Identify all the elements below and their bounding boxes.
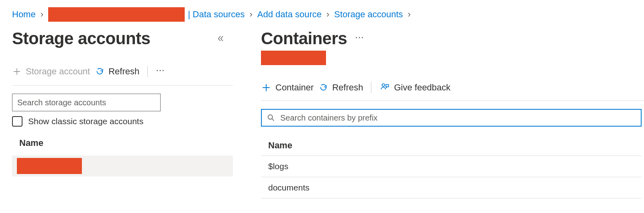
- search-input[interactable]: [17, 98, 155, 107]
- breadcrumb-home[interactable]: Home: [12, 9, 36, 20]
- page-title: Containers: [261, 29, 347, 48]
- give-feedback-button[interactable]: Give feedback: [379, 82, 450, 93]
- more-button[interactable]: ⋯: [156, 65, 165, 78]
- plus-icon: [261, 82, 271, 93]
- svg-point-1: [268, 115, 273, 119]
- add-storage-account-button[interactable]: Storage account: [12, 66, 90, 77]
- show-classic-label: Show classic storage accounts: [28, 117, 143, 126]
- chevron-right-icon: ›: [41, 9, 43, 20]
- search-storage-accounts[interactable]: [12, 94, 161, 111]
- collapse-icon[interactable]: [217, 35, 225, 43]
- chevron-right-icon: ›: [408, 9, 411, 20]
- left-toolbar: Storage account Refresh ⋯: [12, 65, 233, 86]
- search-icon: [267, 113, 275, 122]
- refresh-button[interactable]: Refresh: [318, 82, 363, 93]
- chevron-right-icon: ›: [249, 9, 252, 20]
- feedback-label: Give feedback: [394, 82, 450, 93]
- add-storage-account-label: Storage account: [26, 66, 90, 77]
- redacted-block: [48, 7, 185, 22]
- checkbox-icon[interactable]: [12, 116, 22, 127]
- breadcrumb-add-data-source[interactable]: Add data source: [257, 9, 322, 20]
- show-classic-row[interactable]: Show classic storage accounts: [12, 116, 245, 127]
- list-item[interactable]: documents: [261, 177, 642, 199]
- refresh-button[interactable]: Refresh: [95, 66, 139, 77]
- column-header-name[interactable]: Name: [261, 129, 642, 156]
- toolbar-separator: [371, 82, 371, 93]
- right-toolbar: Container Refresh Give feedback: [261, 82, 644, 101]
- storage-accounts-pane: Storage accounts Storage account Refresh…: [0, 26, 245, 199]
- add-container-button[interactable]: Container: [261, 82, 314, 93]
- feedback-icon: [379, 82, 390, 93]
- breadcrumb-storage-accounts[interactable]: Storage accounts: [334, 9, 403, 20]
- list-item[interactable]: [12, 156, 233, 176]
- redacted-block: [17, 158, 82, 174]
- page-title: Storage accounts: [12, 29, 150, 48]
- redacted-block: [261, 51, 326, 65]
- search-containers[interactable]: [261, 109, 642, 127]
- add-container-label: Container: [275, 82, 314, 93]
- chevron-right-icon: ›: [326, 9, 329, 20]
- containers-pane: Containers ⋯ Container Refresh: [245, 26, 644, 199]
- plus-icon: [12, 67, 22, 76]
- search-input[interactable]: [280, 113, 636, 123]
- column-header-name[interactable]: Name: [12, 127, 245, 156]
- refresh-label: Refresh: [108, 66, 139, 77]
- toolbar-separator: [147, 66, 148, 77]
- svg-point-0: [382, 84, 385, 86]
- more-button[interactable]: ⋯: [355, 32, 365, 45]
- refresh-label: Refresh: [332, 82, 363, 93]
- breadcrumb: Home › | Data sources › Add data source …: [0, 0, 644, 26]
- breadcrumb-data-sources[interactable]: | Data sources: [188, 9, 245, 20]
- list-item[interactable]: $logs: [261, 156, 642, 177]
- refresh-icon: [95, 67, 104, 76]
- refresh-icon: [318, 83, 328, 92]
